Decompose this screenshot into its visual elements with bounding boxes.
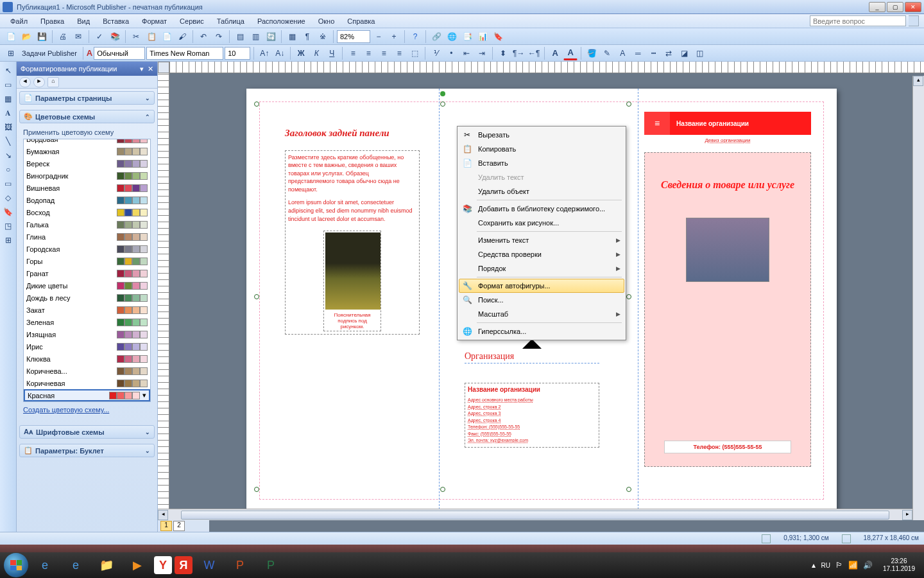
color-scheme-item[interactable]: Городская	[24, 243, 150, 255]
taskpane-dropdown[interactable]: ▾	[140, 65, 144, 73]
dash-style-button[interactable]: ┅	[646, 46, 660, 60]
font-combo[interactable]	[146, 47, 223, 60]
tray-clock[interactable]: 23:26 17.11.2019	[878, 557, 920, 573]
arrow-tool[interactable]: ↘	[2, 149, 15, 162]
back-panel-text2[interactable]: Lorem ipsum dolor sit amet, consectetuer…	[288, 198, 416, 223]
org-address[interactable]: Адрес основного места работы Адрес, стро…	[468, 397, 596, 444]
back-panel-textbox[interactable]: Разместите здесь краткие обобщенные, но …	[285, 150, 420, 335]
cut-button[interactable]: ✂	[129, 30, 143, 44]
web-tool1[interactable]: 🔗	[429, 30, 443, 44]
rotation-handle[interactable]	[440, 91, 445, 96]
menu-edit[interactable]: Правка	[35, 16, 69, 26]
back-panel-image-frame[interactable]: Пояснительная подпись под рисунком.	[323, 231, 381, 331]
menu-table[interactable]: Таблица	[212, 16, 250, 26]
research-button[interactable]: 📚	[108, 30, 122, 44]
menu-window[interactable]: Окно	[313, 16, 340, 26]
front-motto[interactable]: Девиз организации	[644, 137, 811, 143]
item-tool[interactable]: ⊞	[2, 234, 15, 247]
org-label[interactable]: Организация	[465, 351, 599, 363]
menu-help[interactable]: Справка	[342, 16, 380, 26]
menu-file[interactable]: Файл	[5, 16, 33, 26]
tasks-icon[interactable]: ⊞	[4, 46, 18, 60]
scroll-thumb[interactable]	[181, 511, 889, 520]
taskpane-forward[interactable]: ►	[33, 77, 45, 87]
address-panel[interactable]: Организация Название организации Адрес о…	[465, 339, 599, 448]
scroll-right-button[interactable]: ▸	[902, 510, 912, 520]
front-heading[interactable]: Сведения о товаре или услуге	[651, 179, 804, 192]
color-scheme-item[interactable]: Клюква	[24, 353, 150, 365]
back-panel-caption[interactable]: Пояснительная подпись под рисунком.	[325, 312, 379, 329]
redo-button[interactable]: ↷	[212, 30, 226, 44]
autoshapes-tool[interactable]: ◇	[2, 191, 15, 204]
help-dropdown[interactable]	[909, 15, 919, 26]
print-button[interactable]: 🖨	[56, 30, 70, 44]
color-scheme-item[interactable]: Бордовая	[24, 139, 150, 145]
taskbar-powerpoint[interactable]: P	[226, 554, 254, 576]
color-scheme-item[interactable]: Дождь в лесу	[24, 292, 150, 304]
front-phone[interactable]: Телефон: (555)555-55-55	[664, 441, 791, 453]
taskbar-ie[interactable]: e	[31, 554, 59, 576]
taskbar-ie2[interactable]: e	[62, 554, 90, 576]
taskpane-home[interactable]: ⌂	[47, 77, 59, 87]
status-icon[interactable]	[842, 534, 851, 543]
taskpane-close[interactable]: ✕	[148, 65, 153, 73]
context-menu-item[interactable]: Средства проверки▶	[459, 247, 624, 261]
horizontal-scrollbar[interactable]: ◂ ▸	[158, 509, 912, 520]
align-justify-button[interactable]: ≡	[392, 46, 406, 60]
resize-handle[interactable]	[626, 101, 631, 107]
section-booklet[interactable]: 📋 Параметры: Буклет ⌄	[19, 444, 155, 457]
resize-handle[interactable]	[254, 487, 259, 492]
3d-button[interactable]: ◫	[692, 46, 706, 60]
menu-tools[interactable]: Сервис	[175, 16, 209, 26]
grow-font-button[interactable]: A↑	[257, 46, 271, 60]
numbering-button[interactable]: ⅟	[429, 46, 443, 60]
color-scheme-item[interactable]: Дикие цветы	[24, 279, 150, 292]
context-menu-item[interactable]: Изменить текст▶	[459, 233, 624, 247]
context-menu-item[interactable]: Масштаб▶	[459, 307, 624, 321]
bring-forward-button[interactable]: ▤	[233, 30, 247, 44]
web-tool3[interactable]: 📑	[460, 30, 474, 44]
color-scheme-item[interactable]: Коричнева...	[24, 365, 150, 377]
tray-lang[interactable]: RU	[821, 562, 830, 569]
back-panel-image[interactable]	[325, 232, 381, 310]
taskpane-back[interactable]: ◄	[19, 77, 31, 87]
underline-button[interactable]: Ч	[325, 46, 339, 60]
page-tab-2[interactable]: 2	[173, 521, 185, 531]
color-scheme-item[interactable]: Виноградник	[24, 170, 150, 182]
table-tool[interactable]: ▦	[2, 92, 15, 105]
wordart-tool[interactable]: 𝐀	[2, 107, 15, 119]
align-center-button[interactable]: ≡	[361, 46, 375, 60]
front-body[interactable]: Сведения о товаре или услуге Телефон: (5…	[644, 152, 811, 467]
color-scheme-item[interactable]: Коричневая	[24, 377, 150, 389]
help-button[interactable]: ?	[408, 30, 422, 44]
color-scheme-item[interactable]: Восход	[24, 206, 150, 218]
back-panel[interactable]: Заголовок задней панели Разместите здесь…	[285, 127, 420, 335]
context-menu-item[interactable]: Порядок▶	[459, 261, 624, 276]
web-tool5[interactable]: 🔖	[491, 30, 505, 44]
design-gallery-tool[interactable]: ◳	[2, 220, 15, 232]
rotate-button[interactable]: 🔄	[264, 30, 278, 44]
tray-network-icon[interactable]: 📶	[848, 561, 858, 570]
resize-handle[interactable]	[254, 294, 259, 299]
color-scheme-item[interactable]: Горы	[24, 255, 150, 267]
font-color-button[interactable]: A	[563, 46, 578, 60]
zoom-combo[interactable]	[337, 30, 370, 43]
maximize-button[interactable]: ▢	[887, 2, 903, 12]
page-tab-1[interactable]: 1	[160, 521, 172, 531]
font-color2-button[interactable]: A	[615, 46, 629, 60]
org-name[interactable]: Название организации	[468, 386, 596, 393]
fill-color-button[interactable]: 🪣	[585, 46, 599, 60]
decrease-indent-button[interactable]: ⇤	[459, 46, 474, 60]
vertical-scrollbar[interactable]: ▴	[912, 76, 924, 520]
menu-format[interactable]: Формат	[137, 16, 172, 26]
arrow-style-button[interactable]: ⇄	[662, 46, 676, 60]
menu-arrange[interactable]: Расположение	[252, 16, 311, 26]
select-tool[interactable]: ↖	[2, 64, 15, 77]
context-menu-item[interactable]: 📄Вставить	[459, 156, 624, 170]
format-painter-button[interactable]: 🖌	[175, 30, 189, 44]
color-scheme-item[interactable]: Изящная	[24, 328, 150, 340]
tray-chevron-icon[interactable]: ▴	[812, 561, 816, 570]
start-button[interactable]	[4, 553, 28, 577]
menu-insert[interactable]: Вставка	[98, 16, 134, 26]
context-menu-item[interactable]: 🔍Поиск...	[459, 293, 624, 307]
